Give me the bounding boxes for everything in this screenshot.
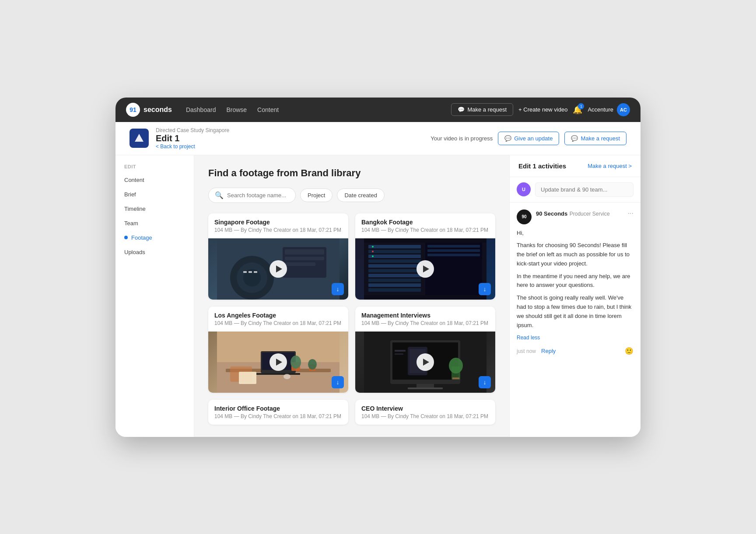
read-less-link[interactable]: Read less bbox=[517, 335, 540, 341]
sub-make-request-button[interactable]: 💬 Make a request bbox=[564, 132, 626, 145]
svg-rect-4 bbox=[243, 271, 247, 273]
video-thumbnail[interactable]: ↓ bbox=[208, 238, 348, 300]
top-nav: 91 seconds Dashboard Browse Content 💬 Ma… bbox=[116, 98, 640, 122]
active-dot-icon bbox=[124, 236, 128, 239]
message-footer: just now Reply 🙂 bbox=[517, 347, 634, 355]
download-button[interactable]: ↓ bbox=[479, 376, 491, 388]
nav-link-content[interactable]: Content bbox=[257, 105, 279, 115]
video-thumbnail[interactable]: ↓ bbox=[355, 238, 495, 300]
reply-button[interactable]: Reply bbox=[541, 348, 556, 354]
play-button[interactable] bbox=[270, 260, 287, 278]
video-card-info: Management Interviews 104 MB — By Cindy … bbox=[355, 307, 495, 332]
project-parent: Directed Case Study Singapore bbox=[156, 127, 229, 133]
video-title: Management Interviews bbox=[361, 312, 489, 319]
sidebar-item-footage[interactable]: Footage bbox=[116, 230, 194, 245]
notification-badge: 1 bbox=[578, 103, 584, 109]
nav-link-dashboard[interactable]: Dashboard bbox=[186, 105, 216, 115]
svg-rect-15 bbox=[368, 255, 421, 258]
svg-point-23 bbox=[372, 246, 374, 248]
sidebar-item-timeline[interactable]: Timeline bbox=[116, 202, 194, 216]
panel-make-request-link[interactable]: Make a request > bbox=[588, 163, 632, 169]
video-title: Bangkok Footage bbox=[361, 219, 489, 226]
comment-input[interactable] bbox=[535, 182, 634, 197]
content-area: Find a footage from Brand library 🔍 Proj… bbox=[194, 155, 509, 437]
video-card-ceo: CEO Interview 104 MB — By Cindy The Crea… bbox=[355, 400, 495, 425]
nav-actions: 💬 Make a request + Create new video 🔔 1 … bbox=[451, 103, 630, 116]
sidebar-brief-label: Brief bbox=[124, 191, 136, 198]
right-panel: Edit 1 activities Make a request > U 90 … bbox=[509, 155, 640, 437]
svg-point-37 bbox=[290, 356, 301, 369]
give-update-button[interactable]: 💬 Give an update bbox=[498, 132, 559, 145]
svg-point-25 bbox=[372, 255, 374, 257]
download-button[interactable]: ↓ bbox=[332, 283, 344, 295]
svg-rect-8 bbox=[285, 249, 324, 255]
video-thumbnail[interactable]: ↓ bbox=[208, 332, 348, 393]
video-card-info: Interior Office Footage 104 MB — By Cind… bbox=[208, 400, 348, 425]
notification-bell[interactable]: 🔔 1 bbox=[573, 105, 582, 115]
panel-title: Edit 1 activities bbox=[518, 162, 566, 170]
play-button[interactable] bbox=[416, 353, 434, 371]
video-meta: 104 MB — By Cindy The Creator on 18 Mar,… bbox=[214, 413, 342, 419]
video-card-interior: Interior Office Footage 104 MB — By Cind… bbox=[208, 400, 348, 425]
video-meta: 104 MB — By Cindy The Creator on 18 Mar,… bbox=[361, 227, 489, 233]
svg-rect-20 bbox=[368, 279, 421, 282]
sidebar-item-brief[interactable]: Brief bbox=[116, 187, 194, 202]
sidebar-item-uploads[interactable]: Uploads bbox=[116, 245, 194, 259]
project-filter-button[interactable]: Project bbox=[300, 188, 332, 202]
search-input[interactable] bbox=[227, 192, 288, 199]
user-avatar: AC bbox=[617, 103, 630, 116]
svg-rect-5 bbox=[248, 271, 252, 273]
video-card-management: Management Interviews 104 MB — By Cindy … bbox=[355, 307, 495, 393]
message-more-icon[interactable]: ··· bbox=[628, 209, 634, 217]
video-card-info: CEO Interview 104 MB — By Cindy The Crea… bbox=[355, 400, 495, 425]
main-content: EDIT Content Brief Timeline Team Footage… bbox=[116, 155, 640, 437]
video-thumbnail[interactable]: ↓ bbox=[355, 332, 495, 393]
video-meta: 104 MB — By Cindy The Creator on 18 Mar,… bbox=[214, 320, 342, 326]
play-button[interactable] bbox=[416, 260, 434, 278]
nav-make-request-button[interactable]: 💬 Make a request bbox=[451, 103, 513, 116]
device-frame: 91 seconds Dashboard Browse Content 💬 Ma… bbox=[116, 98, 640, 437]
sidebar-section-label: EDIT bbox=[116, 164, 194, 173]
sender-role: Producer Service bbox=[570, 211, 610, 217]
nav-link-browse[interactable]: Browse bbox=[226, 105, 247, 115]
video-card-info: Singapore Footage 104 MB — By Cindy The … bbox=[208, 213, 348, 238]
panel-header: Edit 1 activities Make a request > bbox=[510, 155, 640, 177]
svg-rect-47 bbox=[408, 387, 443, 389]
message-greeting: Hi, bbox=[517, 229, 634, 238]
content-title: Find a footage from Brand library bbox=[208, 168, 495, 179]
svg-rect-54 bbox=[452, 377, 459, 379]
svg-rect-46 bbox=[416, 384, 434, 387]
comment-user-avatar: U bbox=[517, 182, 531, 196]
sidebar-content-label: Content bbox=[124, 177, 144, 183]
sub-header-left: Directed Case Study Singapore Edit 1 < B… bbox=[130, 127, 229, 150]
svg-rect-6 bbox=[254, 271, 257, 273]
project-title: Edit 1 bbox=[156, 133, 229, 143]
download-button[interactable]: ↓ bbox=[332, 376, 344, 388]
play-button[interactable] bbox=[270, 353, 287, 371]
filter-bar: 🔍 Project Date created bbox=[208, 188, 495, 203]
download-button[interactable]: ↓ bbox=[479, 283, 491, 295]
video-grid: Singapore Footage 104 MB — By Cindy The … bbox=[208, 213, 495, 425]
app-logo-icon: 91 bbox=[126, 103, 140, 117]
svg-rect-13 bbox=[368, 245, 421, 248]
message-sender-info: 90 Seconds Producer Service bbox=[536, 209, 623, 217]
sidebar-item-team[interactable]: Team bbox=[116, 216, 194, 230]
svg-rect-51 bbox=[395, 353, 403, 355]
svg-point-39 bbox=[308, 359, 317, 370]
user-area[interactable]: Accenture AC bbox=[588, 103, 630, 116]
message-time: just now bbox=[517, 348, 536, 354]
search-box[interactable]: 🔍 bbox=[208, 188, 296, 203]
sidebar-timeline-label: Timeline bbox=[124, 206, 146, 212]
svg-point-24 bbox=[372, 251, 374, 252]
user-name: Accenture bbox=[588, 106, 613, 113]
create-video-button[interactable]: + Create new video bbox=[518, 106, 567, 113]
sidebar-item-content[interactable]: Content bbox=[116, 173, 194, 187]
svg-rect-22 bbox=[368, 288, 421, 292]
video-title: Interior Office Footage bbox=[214, 405, 342, 412]
date-filter-button[interactable]: Date created bbox=[337, 188, 384, 202]
back-to-project-link[interactable]: < Back to project bbox=[156, 143, 229, 150]
video-meta: 104 MB — By Cindy The Creator on 18 Mar,… bbox=[214, 227, 342, 233]
emoji-button[interactable]: 🙂 bbox=[625, 347, 634, 355]
company-logo bbox=[130, 129, 149, 148]
svg-rect-41 bbox=[239, 372, 256, 384]
